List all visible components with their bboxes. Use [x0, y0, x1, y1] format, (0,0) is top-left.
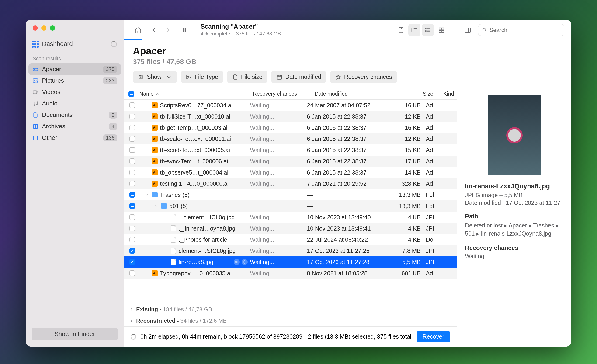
table-row[interactable]: Trashes (5)—13,3 MBFol — [124, 189, 457, 200]
recovery-status: Waiting... — [250, 169, 274, 176]
table-row[interactable]: AiTypography_…0_000035.aiWaiting...8 Nov… — [124, 268, 457, 279]
filter-row: Show File Type File size Date modified R… — [124, 71, 571, 88]
svg-point-21 — [141, 76, 142, 77]
nav-back-button[interactable] — [148, 24, 160, 36]
row-checkbox[interactable] — [129, 270, 135, 276]
show-in-finder-button[interactable]: Show in Finder — [32, 328, 118, 340]
quicklook-icon[interactable] — [234, 259, 240, 265]
row-checkbox[interactable] — [129, 192, 135, 198]
date-modified: 6 Jan 2015 at 22:38:37 — [307, 135, 395, 142]
search-field[interactable] — [478, 24, 564, 36]
col-name[interactable]: Name — [139, 91, 153, 97]
hex-icon[interactable] — [242, 259, 248, 265]
select-all-checkbox[interactable] — [128, 91, 134, 97]
file-size: 13,3 MB — [395, 203, 423, 210]
sidebar-item-pictures[interactable]: Pictures233 — [28, 75, 121, 86]
archive-icon — [32, 123, 39, 130]
table-row[interactable]: Aitb-send-Te…ext_000005.aiWaiting...6 Ja… — [124, 144, 457, 156]
svg-rect-8 — [33, 136, 37, 140]
view-folder-button[interactable] — [408, 24, 420, 36]
file-size: 601 KB — [395, 270, 423, 277]
filter-filetype[interactable]: File Type — [181, 71, 223, 83]
col-kind[interactable]: Kind — [440, 91, 457, 97]
table-row[interactable]: Aitb-fullSize-T…xt_000010.aiWaiting...6 … — [124, 111, 457, 122]
col-recovery[interactable]: Recovery chances — [253, 91, 310, 97]
sidebar-item-apacer[interactable]: Apacer375 — [28, 63, 121, 75]
summary-existing[interactable]: Existing - 184 files / 46,78 GB — [124, 304, 457, 315]
drive-icon — [32, 66, 39, 72]
table-row[interactable]: ._clement…ICL0g.jpgWaiting...10 Nov 2023… — [124, 212, 457, 223]
row-checkbox[interactable] — [129, 158, 135, 164]
sidebar-item-badge: 136 — [103, 135, 117, 141]
view-list-button[interactable] — [422, 24, 434, 36]
table-row[interactable]: 501 (5)—13,3 MBFol — [124, 200, 457, 212]
table-row[interactable]: Aitb-get-Temp…t_000003.aiWaiting...6 Jan… — [124, 122, 457, 133]
view-grid-button[interactable] — [435, 24, 448, 36]
filter-date[interactable]: Date modified — [271, 71, 326, 83]
row-checkbox[interactable] — [129, 259, 135, 265]
table-header: Name Recovery chances Date modified Size… — [124, 88, 457, 100]
document-file-icon — [170, 259, 176, 265]
col-size[interactable]: Size — [408, 91, 436, 97]
sidebar-item-other[interactable]: Other136 — [28, 132, 121, 143]
recover-button[interactable]: Recover — [416, 331, 450, 342]
table-row[interactable]: Aitb-sync-Tem…t_000006.aiWaiting...6 Jan… — [124, 156, 457, 167]
details-date-value: 17 Oct 2023 at 11:27 — [506, 199, 560, 206]
table-row[interactable]: Aitb-scale-Te…ext_000011.aiWaiting...6 J… — [124, 133, 457, 144]
row-checkbox[interactable] — [129, 147, 135, 153]
row-checkbox[interactable] — [129, 226, 135, 231]
row-checkbox[interactable] — [129, 181, 135, 186]
nav-forward-button[interactable] — [162, 24, 174, 36]
table-row[interactable]: clement-…SICL0g.jpgWaiting...17 Oct 2023… — [124, 245, 457, 256]
row-checkbox[interactable] — [129, 125, 135, 130]
row-checkbox[interactable] — [129, 103, 135, 108]
disclosure-triangle[interactable] — [145, 193, 149, 197]
file-size: 5,5 MB — [395, 259, 423, 266]
disclosure-triangle[interactable] — [154, 204, 158, 208]
table-row[interactable]: ._lin-renai…oyna8.jpgWaiting...10 Nov 20… — [124, 223, 457, 234]
filter-recovery[interactable]: Recovery chances — [330, 71, 397, 83]
sidebar-item-badge: 375 — [103, 66, 117, 73]
sidebar-item-documents[interactable]: Documents2 — [28, 109, 121, 121]
table-row[interactable]: lin-re…a8.jpgWaiting...17 Oct 2023 at 11… — [124, 256, 457, 268]
file-size: 12 KB — [395, 135, 423, 142]
file-kind: JPI — [423, 259, 439, 266]
table-row[interactable]: Aitb_observe5…t_000004.aiWaiting...6 Jan… — [124, 167, 457, 178]
file-kind: JPI — [423, 248, 439, 254]
row-checkbox[interactable] — [129, 203, 135, 209]
sidebar-item-badge: 233 — [103, 77, 117, 84]
details-path-header: Path — [465, 213, 564, 220]
file-kind: JPI — [423, 214, 439, 221]
window-minimize[interactable] — [41, 25, 47, 31]
table-row[interactable]: ._Photos for articleWaiting...22 Jul 202… — [124, 234, 457, 245]
window-close[interactable] — [33, 25, 38, 31]
row-checkbox[interactable] — [129, 248, 135, 254]
row-checkbox[interactable] — [129, 114, 135, 119]
recovery-status: Waiting... — [250, 214, 274, 221]
pause-scan-button[interactable] — [178, 24, 190, 36]
recovery-status: Waiting... — [250, 124, 274, 131]
view-icons-button[interactable] — [395, 24, 407, 36]
svg-rect-4 — [33, 91, 37, 94]
summary-reconstructed[interactable]: Reconstructed - 34 files / 172,6 MB — [124, 315, 457, 326]
search-input[interactable] — [489, 27, 560, 33]
table-row[interactable]: AiScriptsRev0…77_000034.aiWaiting...24 M… — [124, 100, 457, 111]
table-row[interactable]: Aitesting 1 - A…0_000000.aiWaiting...7 J… — [124, 178, 457, 189]
sidebar-item-label: Archives — [42, 123, 65, 130]
svg-rect-15 — [442, 28, 444, 30]
row-checkbox[interactable] — [129, 170, 135, 175]
row-checkbox[interactable] — [129, 214, 135, 220]
col-date[interactable]: Date modified — [314, 91, 403, 97]
recovery-status: Waiting... — [250, 248, 274, 254]
filter-filesize[interactable]: File size — [227, 71, 268, 83]
row-checkbox[interactable] — [129, 237, 135, 242]
sidebar-dashboard[interactable]: Dashboard — [26, 31, 124, 52]
sidebar-item-videos[interactable]: Videos — [28, 86, 121, 98]
toggle-details-pane-button[interactable] — [462, 24, 474, 36]
filter-show[interactable]: Show — [133, 71, 177, 83]
row-checkbox[interactable] — [129, 136, 135, 142]
window-zoom[interactable] — [50, 25, 55, 31]
home-button[interactable] — [132, 24, 144, 36]
sidebar-item-audio[interactable]: Audio — [28, 98, 121, 109]
sidebar-item-archives[interactable]: Archives4 — [28, 121, 121, 132]
